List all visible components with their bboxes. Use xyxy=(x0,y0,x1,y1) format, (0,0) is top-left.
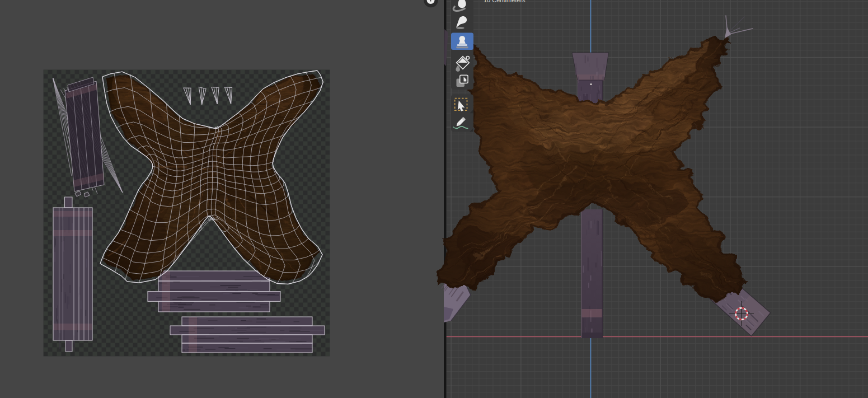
svg-text:10 Centimeters: 10 Centimeters xyxy=(484,0,526,3)
